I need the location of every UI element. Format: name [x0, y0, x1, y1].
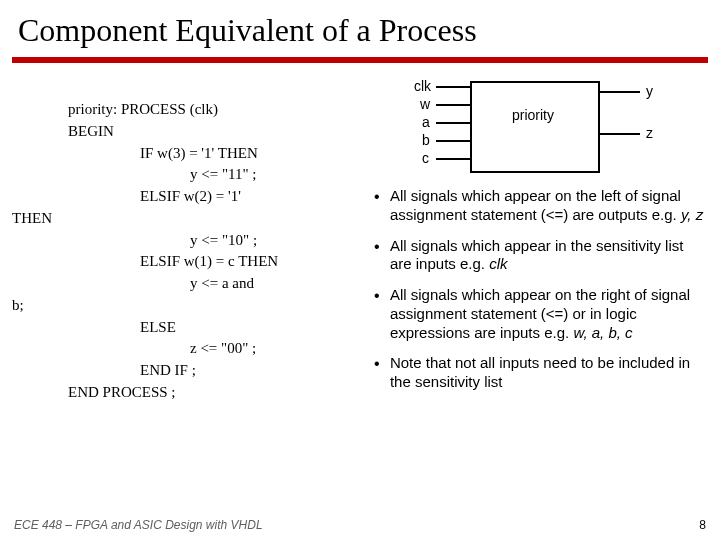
bullet-emph: w, a, b, c: [573, 324, 632, 341]
code-line: b;: [12, 295, 370, 317]
bullet-text: All signals which appear on the right of…: [390, 286, 690, 341]
bullet-text: All signals which appear in the sensitiv…: [390, 237, 683, 273]
code-line: END PROCESS ;: [12, 382, 370, 404]
bullet-emph: clk: [489, 255, 507, 272]
bullet-item: Note that not all inputs need to be incl…: [372, 354, 708, 392]
input-label: w: [420, 96, 430, 112]
bullet-item: All signals which appear on the right of…: [372, 286, 708, 342]
code-line: y <= a and: [12, 273, 370, 295]
code-line: ELSIF w(2) = '1': [12, 186, 370, 208]
code-line: BEGIN: [12, 121, 370, 143]
bullet-item: All signals which appear on the left of …: [372, 187, 708, 225]
bullet-text: All signals which appear on the left of …: [390, 187, 681, 223]
input-label: b: [422, 132, 430, 148]
block-label: priority: [512, 107, 554, 123]
wire: [600, 91, 640, 93]
priority-block: [470, 81, 600, 173]
right-column: priority clk w a b c y z All signals whi…: [370, 77, 708, 404]
input-label: clk: [414, 78, 431, 94]
input-label: c: [422, 150, 429, 166]
code-line: ELSIF w(1) = c THEN: [12, 251, 370, 273]
footer: ECE 448 – FPGA and ASIC Design with VHDL…: [14, 518, 706, 532]
wire: [436, 122, 470, 124]
wire: [600, 133, 640, 135]
code-block: priority: PROCESS (clk) BEGIN IF w(3) = …: [12, 77, 370, 404]
wire: [436, 86, 470, 88]
wire: [436, 140, 470, 142]
bullet-text: Note that not all inputs need to be incl…: [390, 354, 690, 390]
content-area: priority: PROCESS (clk) BEGIN IF w(3) = …: [0, 63, 720, 404]
bullet-item: All signals which appear in the sensitiv…: [372, 237, 708, 275]
code-line: END IF ;: [12, 360, 370, 382]
bullet-emph: y, z: [681, 206, 703, 223]
block-diagram: priority clk w a b c y z: [370, 77, 708, 177]
page-number: 8: [699, 518, 706, 532]
code-line: z <= "00" ;: [12, 338, 370, 360]
slide-title: Component Equivalent of a Process: [0, 0, 720, 57]
input-label: a: [422, 114, 430, 130]
code-line: priority: PROCESS (clk): [12, 99, 370, 121]
wire: [436, 104, 470, 106]
code-line: y <= "11" ;: [12, 164, 370, 186]
output-label: y: [646, 83, 653, 99]
footer-course: ECE 448 – FPGA and ASIC Design with VHDL: [14, 518, 263, 532]
output-label: z: [646, 125, 653, 141]
code-line: THEN: [12, 208, 370, 230]
code-line: y <= "10" ;: [12, 230, 370, 252]
bullet-list: All signals which appear on the left of …: [370, 187, 708, 392]
wire: [436, 158, 470, 160]
code-line: IF w(3) = '1' THEN: [12, 143, 370, 165]
code-line: ELSE: [12, 317, 370, 339]
